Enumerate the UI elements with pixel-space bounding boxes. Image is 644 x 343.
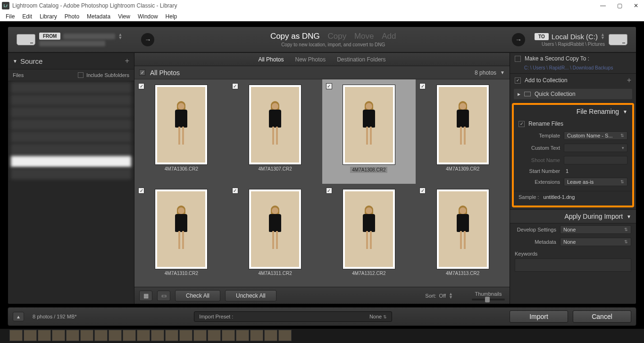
photo-thumbnail[interactable]	[155, 85, 207, 164]
menu-library[interactable]: Library	[36, 13, 61, 20]
add-collection-plus-icon[interactable]: +	[627, 76, 631, 85]
filmstrip-thumb[interactable]	[264, 330, 277, 341]
metadata-dropdown[interactable]: None⇅	[560, 238, 631, 246]
from-source-dropdown-icon[interactable]: ▲▼	[118, 33, 122, 40]
destination-dropdown-icon[interactable]: ▲▼	[601, 33, 605, 40]
cancel-button[interactable]: Cancel	[573, 310, 631, 323]
window-maximize-icon[interactable]: ▢	[617, 2, 622, 9]
photo-checkbox[interactable]: ✓	[419, 188, 426, 194]
photo-cell[interactable]: ✓ 4M7A1312.CR2	[322, 184, 416, 287]
filmstrip-thumb[interactable]	[109, 330, 122, 341]
import-preset-dropdown[interactable]: Import Preset : None ⇅	[194, 311, 392, 322]
tab-all-photos[interactable]: All Photos	[258, 56, 284, 63]
photo-cell[interactable]: ✓ 4M7A1306.CR2	[134, 79, 228, 184]
start-number-value[interactable]: 1	[564, 168, 627, 174]
develop-settings-dropdown[interactable]: None⇅	[560, 225, 631, 234]
filmstrip-thumb[interactable]	[80, 330, 93, 341]
folder-item[interactable]	[11, 94, 131, 106]
from-arrow-icon[interactable]: →	[141, 33, 154, 46]
sort-value[interactable]: Off	[439, 293, 446, 299]
window-minimize-icon[interactable]: —	[600, 2, 606, 9]
include-subfolders-checkbox[interactable]	[78, 72, 84, 78]
filmstrip-thumb[interactable]	[94, 330, 108, 341]
menu-file[interactable]: File	[2, 13, 18, 20]
file-renaming-collapse-icon[interactable]: ▼	[623, 109, 627, 114]
photo-cell[interactable]: ✓ 4M7A1310.CR2	[134, 184, 228, 287]
window-close-icon[interactable]: ✕	[634, 2, 638, 9]
photo-thumbnail[interactable]	[249, 85, 301, 164]
second-copy-path[interactable]: C: \ Users \ RapidR... \ Download Backup…	[510, 64, 636, 73]
tab-destination-folders[interactable]: Destination Folders	[337, 56, 385, 63]
custom-text-input[interactable]: ▾	[564, 144, 627, 152]
apply-during-collapse-icon[interactable]: ▼	[627, 214, 631, 219]
grid-collapse-icon[interactable]: ▼	[500, 70, 505, 75]
photo-cell[interactable]: ✓ 4M7A1308.CR2	[322, 79, 416, 184]
filmstrip-thumb[interactable]	[193, 330, 207, 341]
uncheck-all-button[interactable]: Uncheck All	[225, 290, 276, 301]
photo-checkbox[interactable]: ✓	[138, 83, 144, 89]
folder-item[interactable]	[11, 82, 131, 94]
loupe-view-icon[interactable]: ▭	[157, 291, 170, 301]
collapse-icon[interactable]: ▼	[13, 59, 17, 64]
filmstrip-thumb[interactable]	[278, 330, 292, 341]
folder-item[interactable]	[11, 107, 131, 118]
rename-files-checkbox[interactable]	[519, 121, 525, 127]
expand-up-icon[interactable]: ▲	[13, 312, 24, 321]
filmstrip-thumb[interactable]	[9, 330, 23, 341]
action-copy[interactable]: Copy	[328, 32, 347, 41]
filmstrip-thumb[interactable]	[208, 330, 221, 341]
filmstrip-thumb[interactable]	[236, 330, 249, 341]
extensions-dropdown[interactable]: Leave as-is⇅	[564, 178, 627, 186]
menu-metadata[interactable]: Metadata	[83, 13, 114, 20]
action-move[interactable]: Move	[354, 32, 374, 41]
filmstrip-thumb[interactable]	[123, 330, 136, 341]
photo-thumbnail[interactable]	[437, 189, 489, 269]
filmstrip-thumb[interactable]	[24, 330, 37, 341]
filmstrip-thumb[interactable]	[179, 330, 192, 341]
select-all-checkbox[interactable]: ✓	[139, 69, 145, 76]
menu-help[interactable]: Help	[162, 13, 181, 20]
check-all-button[interactable]: Check All	[175, 290, 220, 301]
folder-item[interactable]	[11, 119, 131, 130]
photo-thumbnail[interactable]	[343, 85, 395, 164]
folder-item-selected[interactable]	[11, 156, 131, 167]
photo-thumbnail[interactable]	[437, 85, 489, 164]
filmstrip-thumb[interactable]	[222, 330, 235, 341]
add-source-icon[interactable]: +	[125, 57, 129, 65]
photo-cell[interactable]: ✓ 4M7A1311.CR2	[228, 184, 322, 287]
template-dropdown[interactable]: Custom Name - S...⇅	[564, 131, 627, 140]
import-button[interactable]: Import	[510, 310, 568, 323]
photo-cell[interactable]: ✓ 4M7A1313.CR2	[416, 184, 510, 287]
filmstrip-thumb[interactable]	[165, 330, 178, 341]
from-source-name[interactable]	[63, 34, 115, 39]
photo-thumbnail[interactable]	[155, 189, 207, 269]
filmstrip-thumb[interactable]	[250, 330, 263, 341]
photo-checkbox[interactable]: ✓	[138, 188, 144, 194]
menu-view[interactable]: View	[114, 13, 134, 20]
photo-checkbox[interactable]: ✓	[232, 188, 238, 194]
photo-thumbnail[interactable]	[249, 189, 301, 269]
photo-checkbox[interactable]: ✓	[419, 83, 426, 89]
grid-view-icon[interactable]: ▦	[139, 291, 152, 301]
add-collection-checkbox[interactable]	[515, 77, 521, 84]
to-arrow-icon[interactable]: →	[512, 33, 525, 46]
filmstrip-thumb[interactable]	[66, 330, 79, 341]
photo-checkbox[interactable]: ✓	[326, 83, 332, 89]
tab-new-photos[interactable]: New Photos	[295, 56, 326, 63]
menu-edit[interactable]: Edit	[18, 13, 36, 20]
filmstrip-thumb[interactable]	[137, 330, 150, 341]
menu-photo[interactable]: Photo	[61, 13, 83, 20]
thumbnail-size-slider[interactable]	[472, 299, 505, 300]
photo-thumbnail[interactable]	[343, 189, 395, 269]
photo-cell[interactable]: ✓ 4M7A1309.CR2	[416, 79, 510, 184]
action-copy-as-dng[interactable]: Copy as DNG	[270, 32, 320, 41]
sort-dropdown-icon[interactable]: ▲▼	[449, 292, 453, 299]
menu-window[interactable]: Window	[134, 13, 162, 20]
action-add[interactable]: Add	[382, 32, 396, 41]
quick-collection-row[interactable]: ▸ Quick Collection	[514, 89, 632, 99]
folder-item[interactable]	[11, 144, 131, 155]
destination-drive[interactable]: Local Disk (C:)	[552, 33, 598, 41]
filmstrip-thumb[interactable]	[151, 330, 164, 341]
photo-checkbox[interactable]: ✓	[232, 83, 238, 89]
second-copy-checkbox[interactable]	[515, 56, 521, 62]
